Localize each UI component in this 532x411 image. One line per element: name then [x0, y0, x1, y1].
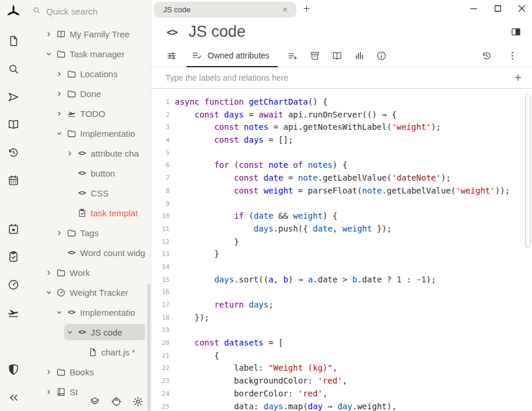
- basic-properties-button[interactable]: [164, 44, 178, 67]
- new-tab-button[interactable]: [302, 4, 312, 13]
- tree-item-implementatio[interactable]: Implementatio: [26, 123, 151, 143]
- code-line: 16: [151, 286, 532, 299]
- list-check-icon: [191, 50, 202, 61]
- jump-to-note-button[interactable]: [6, 90, 20, 104]
- settings-button[interactable]: [132, 396, 144, 407]
- tree-item-label: Word count widge: [78, 248, 145, 258]
- chevron-down-icon[interactable]: [54, 309, 64, 316]
- code-line: 22 label: "Weight (kg)",: [151, 362, 532, 375]
- note-title[interactable]: JS code: [188, 23, 510, 41]
- line-number: 21: [151, 350, 175, 362]
- tab-close-icon[interactable]: [281, 5, 289, 14]
- code-icon: <>: [75, 149, 89, 157]
- chevron-right-icon[interactable]: [43, 30, 54, 38]
- tree-item-label: Weight Tracker: [68, 288, 129, 298]
- tree-bottom-buttons: [89, 396, 144, 407]
- close-button[interactable]: [516, 3, 527, 14]
- code-line: 13 }: [151, 248, 532, 261]
- tree-item-css[interactable]: <>CSS: [26, 183, 151, 203]
- ribbon-tab-owned-attributes[interactable]: Owned attributes: [186, 44, 278, 67]
- sync-status-button[interactable]: [89, 396, 101, 407]
- tab-js-code[interactable]: JS code: [154, 2, 296, 18]
- attribute-input[interactable]: Type the labels and relations here: [165, 73, 514, 82]
- search-icon: [32, 6, 41, 16]
- tree-item-label: Implementatio: [78, 308, 135, 317]
- folder-icon: [54, 49, 68, 59]
- stack-icon: [89, 396, 101, 407]
- tree-item-implementatio[interactable]: <>Implementatio: [26, 302, 151, 322]
- line-number: 4: [151, 134, 175, 147]
- code-line: 17 return days;: [151, 299, 532, 312]
- chevron-right-icon[interactable]: [54, 70, 64, 78]
- tree-scrollbar[interactable]: [147, 284, 150, 411]
- similar-notes-button[interactable]: [353, 44, 367, 67]
- code-line: 11 days.push({ date, weight });: [151, 223, 532, 236]
- search-button[interactable]: [6, 62, 20, 76]
- code-icon: <>: [75, 169, 89, 177]
- add-attribute-button[interactable]: +: [514, 72, 521, 84]
- code-line: 9: [151, 198, 532, 210]
- maximize-button[interactable]: [492, 3, 503, 14]
- tree-item-work[interactable]: Work: [26, 263, 151, 282]
- tree-item-button[interactable]: <>button: [26, 163, 151, 183]
- editor-scrollbar[interactable]: [525, 94, 531, 248]
- code-line: 18 });: [151, 312, 532, 324]
- line-number: 1: [151, 96, 175, 109]
- chevron-down-icon[interactable]: [43, 289, 54, 296]
- main-pane: JS code <> JS code Owned attributes Type…: [151, 0, 532, 411]
- tree-item-tags[interactable]: Tags: [26, 223, 151, 243]
- tree-item-todo[interactable]: TODO: [26, 103, 151, 123]
- weight-tracker-button[interactable]: [6, 278, 20, 292]
- note-tree-panel: Quick search My Family TreeTask managerL…: [26, 0, 151, 411]
- tree-item-done[interactable]: Done: [26, 84, 151, 103]
- code-editor[interactable]: 1async function getChartData() {2 const …: [151, 89, 532, 411]
- note-map-button[interactable]: [6, 118, 20, 132]
- note-info-button[interactable]: [375, 44, 389, 67]
- global-map-button[interactable]: [110, 396, 122, 407]
- calendar-events-button[interactable]: [6, 222, 20, 236]
- note-paths-button[interactable]: [308, 44, 322, 67]
- tree-item-label: Task manager: [68, 49, 125, 59]
- chevron-right-icon[interactable]: [54, 229, 64, 237]
- tree-item-task-manager[interactable]: Task manager: [26, 44, 151, 64]
- chevron-right-icon[interactable]: [43, 368, 54, 376]
- line-number: 5: [151, 147, 175, 160]
- note-revisions-button[interactable]: [479, 44, 493, 67]
- tree-item-weight-tracker[interactable]: Weight Tracker: [26, 282, 151, 302]
- chevron-down-icon[interactable]: [54, 130, 64, 137]
- chevron-down-icon[interactable]: [64, 329, 75, 336]
- collapse-rail-button[interactable]: [6, 391, 20, 405]
- tree-item-attribute-cha[interactable]: <>attribute cha: [26, 143, 151, 163]
- new-note-button[interactable]: [6, 34, 20, 48]
- recent-changes-button[interactable]: [6, 146, 20, 160]
- calendar-button[interactable]: [6, 174, 20, 188]
- chevron-right-icon[interactable]: [64, 150, 75, 157]
- code-icon: <>: [64, 308, 78, 316]
- tree-item-chart-js[interactable]: chart.js *: [26, 342, 151, 362]
- toggle-right-pane-button[interactable]: [510, 26, 521, 37]
- more-options-button[interactable]: [505, 44, 519, 67]
- code-line: 3 const notes = api.getNotesWithLabel('w…: [151, 121, 532, 134]
- tree-item-books[interactable]: Books: [26, 362, 151, 382]
- tree-item-task-templat[interactable]: task templat: [26, 203, 151, 223]
- protected-session-button[interactable]: [6, 362, 20, 377]
- chevron-right-icon[interactable]: [54, 90, 64, 98]
- chevron-right-icon[interactable]: [43, 269, 54, 277]
- code-line: 21 {: [151, 350, 532, 362]
- code-line: 5: [151, 147, 532, 160]
- tree-item-js-code[interactable]: <>JS code: [26, 322, 151, 342]
- chevron-down-icon[interactable]: [43, 50, 54, 58]
- clipboard-icon: [7, 250, 20, 263]
- chevron-right-icon[interactable]: [54, 110, 64, 118]
- minimize-button[interactable]: [468, 3, 479, 14]
- tree-item-locations[interactable]: Locations: [26, 64, 151, 84]
- quick-search-input[interactable]: Quick search: [32, 6, 98, 16]
- chevron-right-icon[interactable]: [43, 388, 54, 396]
- todo-button[interactable]: [6, 306, 20, 320]
- task-manager-button[interactable]: [6, 250, 20, 264]
- tree-item-my-family-tree[interactable]: My Family Tree: [26, 24, 151, 44]
- code-line: 15 days.sort((a, b) ⇒ a.date > b.date ? …: [151, 274, 532, 286]
- inherited-attributes-button[interactable]: [286, 44, 300, 67]
- note-map-button[interactable]: [330, 44, 344, 67]
- tree-item-word-count-widge[interactable]: <>Word count widge: [26, 243, 151, 263]
